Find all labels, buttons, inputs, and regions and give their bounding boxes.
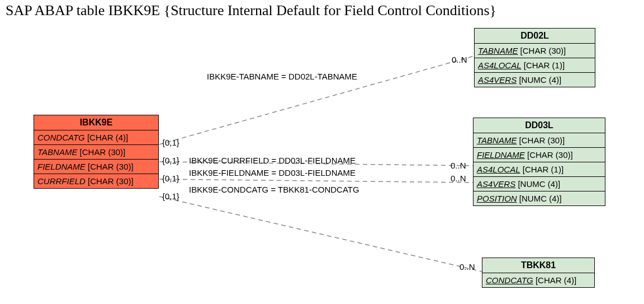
field-type: [NUMC (4)] <box>518 179 560 189</box>
svg-line-0 <box>159 56 474 144</box>
svg-line-3 <box>159 197 482 272</box>
relation-label: IBKK9E-FIELDNAME = DD03L-FIELDNAME <box>189 168 356 177</box>
field-name: CONDCATG <box>486 275 533 285</box>
entity-tbkk81: TBKK81 CONDCATG [CHAR (4)] <box>482 258 595 288</box>
field-type: [CHAR (30)] <box>88 162 134 171</box>
entity-dd02l-field: AS4LOCAL [CHAR (1)] <box>475 58 595 73</box>
diagram-stage: SAP ABAP table IBKK9E {Structure Interna… <box>0 0 644 304</box>
cardinality-right: 0..N <box>452 55 467 64</box>
entity-tbkk81-field: CONDCATG [CHAR (4)] <box>482 273 594 287</box>
relation-label: IBKK9E-TABNAME = DD02L-TABNAME <box>207 72 357 81</box>
entity-dd02l: DD02L TABNAME [CHAR (30)] AS4LOCAL [CHAR… <box>474 28 595 87</box>
field-type: [CHAR (30)] <box>520 46 566 55</box>
cardinality-left: {0,1} <box>162 138 179 147</box>
field-type: [CHAR (30)] <box>519 135 565 145</box>
field-name: CONDCATG <box>37 133 85 142</box>
field-name: TABNAME <box>477 135 517 145</box>
entity-ibkk9e-field: CURRFIELD [CHAR (30)] <box>34 174 158 188</box>
relation-label: IBKK9E-CONDCATG = TBKK81-CONDCATG <box>189 185 359 194</box>
entity-dd03l: DD03L TABNAME [CHAR (30)] FIELDNAME [CHA… <box>473 118 605 206</box>
cardinality-right: 0..N <box>460 262 475 272</box>
relation-label: IBKK9E-CURRFIELD = DD03L-FIELDNAME <box>189 156 356 165</box>
entity-ibkk9e: IBKK9E CONDCATG [CHAR (4)] TABNAME [CHAR… <box>34 115 159 189</box>
cardinality-left: {0,1} <box>162 156 179 165</box>
field-name: TABNAME <box>478 46 518 55</box>
cardinality-right: 0..N <box>451 161 466 170</box>
entity-dd03l-field: AS4VERS [NUMC (4)] <box>473 177 605 191</box>
field-type: [CHAR (30)] <box>527 150 573 160</box>
field-type: [NUMC (4)] <box>519 75 561 85</box>
cardinality-right: 0..N <box>451 174 466 183</box>
page-title: SAP ABAP table IBKK9E {Structure Interna… <box>6 2 496 19</box>
field-name: CURRFIELD <box>37 176 86 186</box>
entity-dd03l-header: DD03L <box>473 118 605 133</box>
field-type: [CHAR (1)] <box>524 60 565 70</box>
field-name: AS4LOCAL <box>478 60 522 70</box>
field-type: [CHAR (4)] <box>536 275 576 285</box>
field-name: POSITION <box>477 194 517 203</box>
entity-dd02l-field: TABNAME [CHAR (30)] <box>475 44 595 58</box>
field-name: TABNAME <box>37 147 77 157</box>
entity-ibkk9e-header: IBKK9E <box>34 115 158 130</box>
entity-ibkk9e-field: TABNAME [CHAR (30)] <box>34 145 158 160</box>
entity-dd03l-field: FIELDNAME [CHAR (30)] <box>473 148 605 162</box>
field-name: FIELDNAME <box>37 162 86 171</box>
svg-line-2 <box>159 179 473 183</box>
entity-dd03l-field: TABNAME [CHAR (30)] <box>473 133 605 148</box>
field-type: [CHAR (1)] <box>523 165 564 174</box>
field-type: [CHAR (30)] <box>88 176 134 186</box>
field-type: [CHAR (4)] <box>87 133 128 142</box>
field-name: FIELDNAME <box>477 150 525 160</box>
field-type: [CHAR (30)] <box>80 147 126 157</box>
entity-ibkk9e-field: CONDCATG [CHAR (4)] <box>34 130 158 145</box>
entity-tbkk81-header: TBKK81 <box>482 258 594 273</box>
cardinality-left: {0,1} <box>162 174 179 183</box>
entity-ibkk9e-field: FIELDNAME [CHAR (30)] <box>34 160 158 174</box>
field-name: AS4LOCAL <box>477 165 520 174</box>
field-name: AS4VERS <box>477 179 515 189</box>
entity-dd02l-header: DD02L <box>475 29 595 44</box>
cardinality-left: {0,1} <box>162 191 179 201</box>
entity-dd03l-field: AS4LOCAL [CHAR (1)] <box>473 162 605 177</box>
entity-dd03l-field: POSITION [NUMC (4)] <box>473 191 605 205</box>
field-name: AS4VERS <box>478 75 517 85</box>
field-type: [NUMC (4)] <box>519 194 562 203</box>
entity-dd02l-field: AS4VERS [NUMC (4)] <box>475 73 595 87</box>
